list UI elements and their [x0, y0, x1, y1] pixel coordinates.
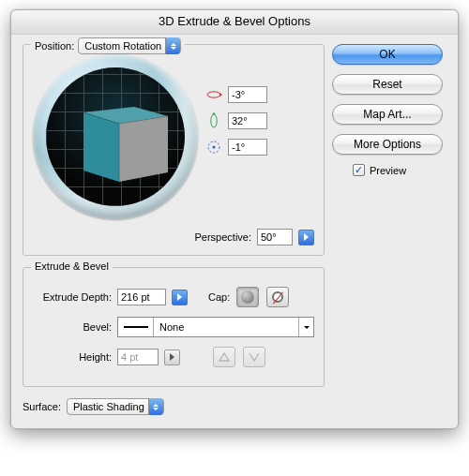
bevel-dropdown[interactable]: None	[117, 317, 314, 337]
svg-marker-7	[219, 93, 222, 97]
ok-button[interactable]: OK	[332, 44, 443, 65]
group-position: Position: Custom Rotation	[23, 44, 325, 256]
preview-checkbox[interactable]: ✓	[353, 164, 365, 176]
perspective-flyout-button[interactable]	[298, 230, 314, 245]
surface-dropdown[interactable]: Plastic Shading	[67, 398, 164, 415]
dialog-3d-extrude-bevel: 3D Extrude & Bevel Options Position: Cus…	[10, 9, 459, 429]
cap-off-button[interactable]	[266, 287, 289, 307]
bevel-extent-in-button	[213, 347, 235, 367]
svg-point-11	[213, 146, 216, 149]
position-preset-value: Custom Rotation	[84, 40, 161, 52]
rotate-y-input[interactable]	[228, 112, 267, 129]
chevron-down-icon	[298, 318, 313, 336]
cap-solid-icon	[241, 290, 254, 304]
perspective-label: Perspective:	[194, 231, 251, 243]
updown-arrows-icon	[165, 37, 180, 54]
position-preset-dropdown[interactable]: Custom Rotation	[78, 37, 181, 54]
height-label: Height:	[33, 351, 112, 363]
svg-point-8	[211, 114, 217, 127]
svg-marker-1	[83, 112, 119, 182]
rotate-x-input[interactable]	[228, 86, 267, 103]
dialog-title: 3D Extrude & Bevel Options	[11, 10, 458, 35]
extrude-depth-label: Extrude Depth:	[33, 291, 112, 303]
extrude-depth-input[interactable]	[117, 289, 166, 305]
rotate-x-icon	[205, 86, 222, 103]
bevel-label: Bevel:	[33, 321, 112, 333]
extrude-legend: Extrude & Bevel	[35, 260, 109, 272]
bevel-extent-out-button	[243, 347, 265, 367]
cap-label: Cap:	[208, 291, 230, 303]
group-extrude-bevel: Extrude & Bevel Extrude Depth: Cap: Beve…	[23, 267, 325, 387]
preview-label: Preview	[370, 165, 406, 176]
rotation-trackball[interactable]	[33, 54, 198, 219]
bevel-in-icon	[218, 350, 231, 364]
checkmark-icon: ✓	[355, 165, 363, 175]
cube-preview	[78, 101, 172, 186]
bevel-swatch-icon	[118, 318, 154, 336]
svg-marker-2	[119, 116, 168, 182]
cap-on-button[interactable]	[236, 287, 259, 307]
extrude-depth-flyout-button[interactable]	[172, 290, 188, 305]
position-legend: Position:	[35, 40, 74, 52]
rotate-z-icon	[205, 139, 222, 156]
bevel-out-icon	[248, 350, 261, 364]
surface-value: Plastic Shading	[73, 401, 144, 412]
svg-point-6	[207, 92, 220, 97]
rotate-y-icon	[205, 112, 222, 129]
cap-hollow-icon	[272, 291, 283, 303]
rotate-z-input[interactable]	[228, 139, 267, 156]
surface-label: Surface:	[23, 401, 61, 412]
more-options-button[interactable]: More Options	[332, 134, 443, 155]
height-input	[117, 349, 159, 365]
svg-marker-9	[212, 112, 216, 114]
height-flyout-button	[164, 350, 180, 365]
map-art-button[interactable]: Map Art...	[332, 104, 443, 125]
reset-button[interactable]: Reset	[332, 74, 443, 95]
perspective-input[interactable]	[257, 229, 293, 245]
bevel-value: None	[154, 321, 298, 333]
updown-arrows-icon	[148, 398, 163, 415]
